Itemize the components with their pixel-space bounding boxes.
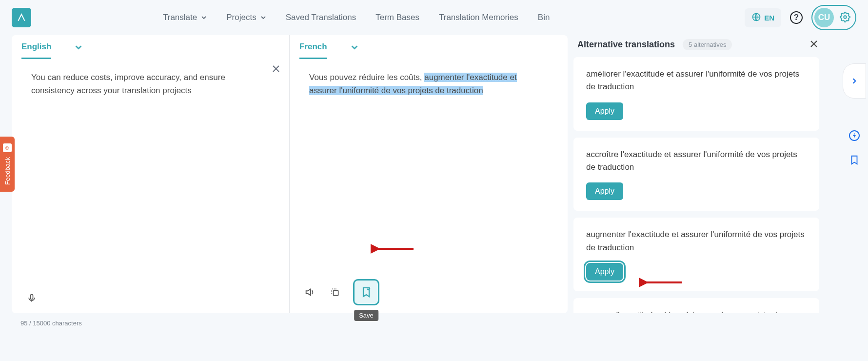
alternative-card: améliorer l'exactitude et assurer l'unif… <box>573 57 819 131</box>
nav-projects[interactable]: Projects <box>226 13 266 22</box>
chevron-down-icon <box>260 15 266 20</box>
svg-rect-2 <box>31 295 33 300</box>
apply-alternative-button[interactable]: Apply <box>586 102 623 120</box>
alternative-card: assurer l'exactitude et la cohérence de … <box>573 298 819 313</box>
avatar-initials: CU <box>818 13 830 22</box>
gear-icon <box>840 12 850 24</box>
bookmark-icon[interactable] <box>849 155 860 167</box>
nav-translate[interactable]: Translate <box>163 13 207 22</box>
feedback-label: Feedback <box>4 157 11 185</box>
globe-icon <box>751 12 761 23</box>
target-text-area[interactable]: Vous pouvez réduire les coûts, augmenter… <box>290 59 568 225</box>
svg-rect-3 <box>334 291 338 296</box>
close-alternatives-button[interactable] <box>809 40 818 50</box>
alternatives-count-badge: 5 alternatives <box>683 39 732 50</box>
smiley-icon: ☺ <box>3 143 12 152</box>
chevron-down-icon[interactable] <box>351 43 358 58</box>
speaker-icon[interactable] <box>302 285 317 300</box>
apply-alternative-button[interactable]: Apply <box>586 182 623 200</box>
source-text: You can reduce costs, improve accuracy, … <box>31 73 225 95</box>
source-panel: English You can reduce costs, improve ac… <box>12 35 290 313</box>
target-language-selector[interactable]: French <box>299 42 327 59</box>
apply-alternative-button[interactable]: Apply <box>586 263 623 281</box>
target-panel: French Vous pouvez réduire les coûts, au… <box>290 35 568 313</box>
source-language-selector[interactable]: English <box>21 42 51 59</box>
save-tooltip: Save <box>354 310 378 321</box>
alternatives-title: Alternative translations <box>577 40 675 50</box>
user-menu[interactable]: CU <box>811 5 856 30</box>
alternative-text: accroître l'exactitude et assurer l'unif… <box>586 148 807 174</box>
nav-label: Projects <box>226 13 256 22</box>
expand-rail-button[interactable] <box>843 63 866 99</box>
nav-term-bases[interactable]: Term Bases <box>375 13 419 22</box>
chevron-down-icon[interactable] <box>75 43 82 58</box>
ui-language-selector[interactable]: EN <box>745 8 781 27</box>
clear-source-button[interactable] <box>272 64 280 76</box>
microphone-icon[interactable] <box>24 291 39 305</box>
alternative-card: accroître l'exactitude et assurer l'unif… <box>573 138 819 211</box>
copy-icon[interactable] <box>328 285 342 300</box>
nav-label: Saved Translations <box>286 13 356 22</box>
nav-saved-translations[interactable]: Saved Translations <box>286 13 356 22</box>
alternative-text: assurer l'exactitude et la cohérence de … <box>586 309 807 313</box>
nav-bin[interactable]: Bin <box>538 13 550 22</box>
avatar: CU <box>814 8 834 27</box>
svg-point-1 <box>844 16 847 19</box>
alternatives-panel: Alternative translations 5 alternatives … <box>573 35 822 313</box>
feedback-tab[interactable]: Feedback ☺ <box>0 137 15 192</box>
save-translation-button[interactable]: Save <box>353 279 379 305</box>
chevron-down-icon <box>201 15 207 20</box>
source-text-area[interactable]: You can reduce costs, improve accuracy, … <box>12 59 289 225</box>
alternative-card: augmenter l'exactitude et assurer l'unif… <box>573 218 819 291</box>
nav-label: Term Bases <box>375 13 419 22</box>
nav-label: Translate <box>163 13 197 22</box>
alternative-text: améliorer l'exactitude et assurer l'unif… <box>586 68 807 94</box>
nav-label: Translation Memories <box>439 13 518 22</box>
app-logo[interactable] <box>12 8 31 27</box>
bolt-icon[interactable] <box>848 130 860 143</box>
nav-label: Bin <box>538 13 550 22</box>
nav-translation-memories[interactable]: Translation Memories <box>439 13 518 22</box>
alternative-text: augmenter l'exactitude et assurer l'unif… <box>586 228 807 254</box>
ui-language-code: EN <box>764 14 774 22</box>
help-icon[interactable]: ? <box>790 11 803 24</box>
target-text-prefix: Vous pouvez réduire les coûts, <box>309 73 424 82</box>
character-count: 95 / 15000 characters <box>20 320 82 327</box>
